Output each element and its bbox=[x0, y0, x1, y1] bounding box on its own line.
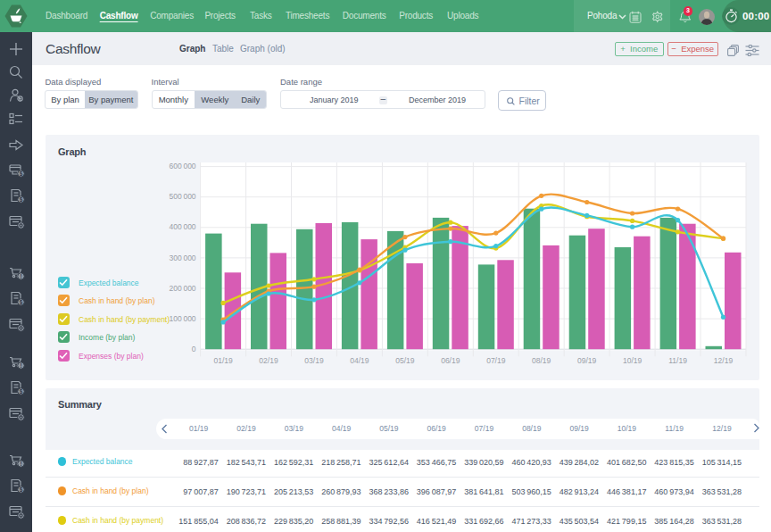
svg-text:04/19: 04/19 bbox=[350, 356, 369, 365]
svg-text:600 000: 600 000 bbox=[170, 162, 196, 170]
svg-text:01/19: 01/19 bbox=[213, 356, 233, 365]
svg-text:200 000: 200 000 bbox=[170, 284, 196, 293]
svg-text:$: $ bbox=[20, 486, 23, 494]
svg-text:09/19: 09/19 bbox=[577, 356, 597, 365]
svg-text:300 000: 300 000 bbox=[170, 254, 196, 262]
svg-text:$: $ bbox=[20, 388, 23, 395]
svg-text:02/19: 02/19 bbox=[259, 356, 278, 365]
svg-text:03/19: 03/19 bbox=[304, 356, 324, 365]
svg-text:12/19: 12/19 bbox=[714, 356, 734, 365]
svg-text:05/19: 05/19 bbox=[395, 356, 415, 365]
svg-text:100 000: 100 000 bbox=[170, 314, 196, 323]
svg-text:!: ! bbox=[20, 461, 21, 467]
svg-text:11/19: 11/19 bbox=[668, 356, 687, 365]
svg-text:08/19: 08/19 bbox=[532, 356, 551, 365]
svg-text:07/19: 07/19 bbox=[486, 356, 506, 365]
svg-text:10/19: 10/19 bbox=[623, 356, 642, 365]
svg-text:400 000: 400 000 bbox=[170, 222, 196, 231]
svg-text:0: 0 bbox=[192, 345, 196, 353]
svg-text:06/19: 06/19 bbox=[441, 356, 460, 365]
svg-text:500 000: 500 000 bbox=[170, 192, 196, 201]
